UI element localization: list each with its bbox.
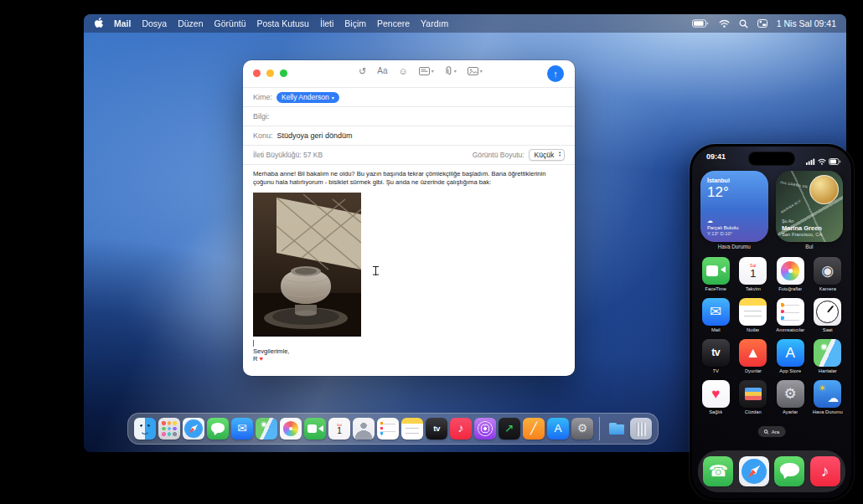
menubar-item-3[interactable]: Görüntü xyxy=(214,18,246,28)
dock-item-safari[interactable] xyxy=(183,418,204,440)
search-pill[interactable]: Ara xyxy=(758,426,786,437)
dock-item-kisiler[interactable] xyxy=(353,418,375,440)
borsa-icon: ↗ xyxy=(499,418,520,440)
cuzdan-icon xyxy=(739,380,767,408)
menubar-item-6[interactable]: Biçim xyxy=(344,18,366,28)
mail-icon: ✉ xyxy=(231,418,253,440)
dock-item-indirilenler[interactable] xyxy=(606,418,628,440)
app-cuzdan[interactable]: Cüzdan xyxy=(739,380,767,414)
dock-item-notlar[interactable] xyxy=(401,418,423,440)
dock-item-mesajlar[interactable] xyxy=(207,418,229,440)
menubar-item-4[interactable]: Posta Kutusu xyxy=(257,18,309,28)
notlar-icon xyxy=(739,298,767,326)
avatar xyxy=(809,175,839,204)
spotlight-icon[interactable] xyxy=(739,19,748,28)
findmy-location: San Francisco, CA xyxy=(782,232,822,237)
phone-dock-item-mesajlar[interactable] xyxy=(774,456,804,486)
weather-widget[interactable]: İstanbul 12° ☁ Parçalı Bulutlu Y:13° D:1… xyxy=(700,171,768,242)
fotograflar-icon xyxy=(280,418,302,440)
pottery-photo[interactable] xyxy=(253,193,361,337)
message-body[interactable]: Merhaba anne! Bil bakalım ne oldu? Bu ya… xyxy=(243,164,575,363)
app-appstore[interactable]: AApp Store xyxy=(777,339,804,373)
dock-item-borsa[interactable]: ↗ xyxy=(499,418,520,440)
app-notlar[interactable]: Notlar xyxy=(739,298,767,332)
dock-item-finder[interactable] xyxy=(134,418,156,440)
attach-button[interactable]: ▾ xyxy=(445,66,457,76)
recipient-chip[interactable]: Kelly Anderson ▾ xyxy=(276,92,339,103)
subject-field[interactable]: Konu: Stüdyoya geri döndüm xyxy=(243,126,575,145)
phone-dock-item-safari[interactable] xyxy=(739,456,769,486)
menubar-item-1[interactable]: Dosya xyxy=(142,18,167,28)
menubar-item-0[interactable]: Mail xyxy=(114,18,131,28)
app-label: Haritalar xyxy=(819,368,837,373)
weather-temp: 12° xyxy=(707,184,762,201)
dock-item-haritalar[interactable] xyxy=(256,418,277,440)
cc-field[interactable]: Bilgi: xyxy=(243,106,575,126)
app-tv[interactable]: tvTV xyxy=(702,339,730,373)
apple-menu-icon[interactable] xyxy=(94,18,103,30)
photo-browser-button[interactable]: ▾ xyxy=(468,67,483,75)
emoji-button[interactable]: ☺ xyxy=(398,67,407,76)
wifi-icon[interactable] xyxy=(719,19,730,28)
fotograflar-icon xyxy=(777,257,804,285)
menubar-item-5[interactable]: İleti xyxy=(320,18,333,28)
menubar-item-2[interactable]: Düzen xyxy=(178,18,203,28)
app-ayarlar[interactable]: ⚙Ayarlar xyxy=(777,380,804,414)
app-animsaticilar[interactable]: Anımsatıcılar xyxy=(776,298,804,332)
dock-item-appstore[interactable]: A xyxy=(547,418,569,440)
image-size-select[interactable]: Küçük ▲▼ xyxy=(529,149,565,161)
app-saglik[interactable]: ♥Sağlık xyxy=(702,380,730,414)
control-center-icon[interactable] xyxy=(757,19,767,28)
send-button[interactable]: ↑ xyxy=(547,65,564,82)
cloud-icon: ☁ xyxy=(707,218,738,224)
dock-item-facetime[interactable] xyxy=(304,418,326,440)
app-haritalar[interactable]: Haritalar xyxy=(814,339,841,373)
app-fotograflar[interactable]: Fotoğraflar xyxy=(777,257,804,291)
tv-icon: tv xyxy=(426,418,447,440)
dock-item-ayarlar[interactable]: ⚙ xyxy=(571,418,593,440)
findmy-person-name: Marina Green xyxy=(782,224,822,232)
menubar-item-8[interactable]: Yardım xyxy=(421,18,448,28)
telefon-icon: ☎ xyxy=(703,456,733,486)
dock-item-tv[interactable]: tv xyxy=(426,418,447,440)
findmy-widget[interactable]: INA GREEN DR MARINA BLV Şu An Marina Gre… xyxy=(776,171,843,242)
app-saat[interactable]: Saat xyxy=(814,298,841,332)
menu-bar-clock[interactable]: 1 Nis Sal 09:41 xyxy=(777,18,836,28)
app-facetime[interactable]: FaceTime xyxy=(702,257,730,291)
app-kamera[interactable]: ◉Kamera xyxy=(814,257,841,291)
safari-icon xyxy=(183,418,204,440)
dock-item-muzik[interactable]: ♪ xyxy=(450,418,472,440)
dock-item-animsaticilar[interactable] xyxy=(377,418,399,440)
dock-item-launchpad[interactable] xyxy=(158,418,180,440)
launchpad-icon xyxy=(158,418,180,440)
phone-dock-item-telefon[interactable]: ☎ xyxy=(703,456,733,486)
zoom-button[interactable] xyxy=(280,69,287,77)
mail-toolbar: ↺ Aa ☺ ▾ ▾ ▾ ↑ xyxy=(243,60,575,87)
phone-dock-item-muzik[interactable]: ♪ xyxy=(810,456,840,486)
app-mail[interactable]: ✉Mail xyxy=(702,298,730,332)
dock-item-cop[interactable] xyxy=(630,418,652,440)
empty-line xyxy=(253,339,565,347)
dock-item-mail[interactable]: ✉ xyxy=(231,418,253,440)
cop-icon xyxy=(630,418,652,440)
app-takvim[interactable]: Sal1Takvim xyxy=(739,257,767,291)
format-button[interactable]: Aa xyxy=(377,67,387,75)
pages-icon: ╱ xyxy=(523,418,545,440)
dock-item-podcastler[interactable] xyxy=(474,418,496,440)
status-bar-icons xyxy=(806,153,841,168)
menubar-item-7[interactable]: Pencere xyxy=(377,18,410,28)
dock-item-takvim[interactable]: Sal1 xyxy=(328,418,350,440)
app-oyunlar[interactable]: ▲Oyunlar xyxy=(739,339,767,373)
undo-button[interactable]: ↺ xyxy=(359,67,366,76)
app-havadurumu[interactable]: ☀☁Hava Durumu xyxy=(813,380,843,414)
kamera-icon: ◉ xyxy=(814,257,841,285)
close-button[interactable] xyxy=(253,69,261,77)
battery-icon[interactable] xyxy=(692,19,710,28)
minimize-button[interactable] xyxy=(266,69,274,77)
dock-item-fotograflar[interactable] xyxy=(280,418,302,440)
window-controls xyxy=(253,69,287,77)
body-paragraph: Merhaba anne! Bil bakalım ne oldu? Bu ya… xyxy=(253,170,555,186)
dock-item-pages[interactable]: ╱ xyxy=(523,418,545,440)
to-field[interactable]: Kime: Kelly Anderson ▾ xyxy=(243,87,575,106)
header-fields-button[interactable]: ▾ xyxy=(419,67,434,75)
